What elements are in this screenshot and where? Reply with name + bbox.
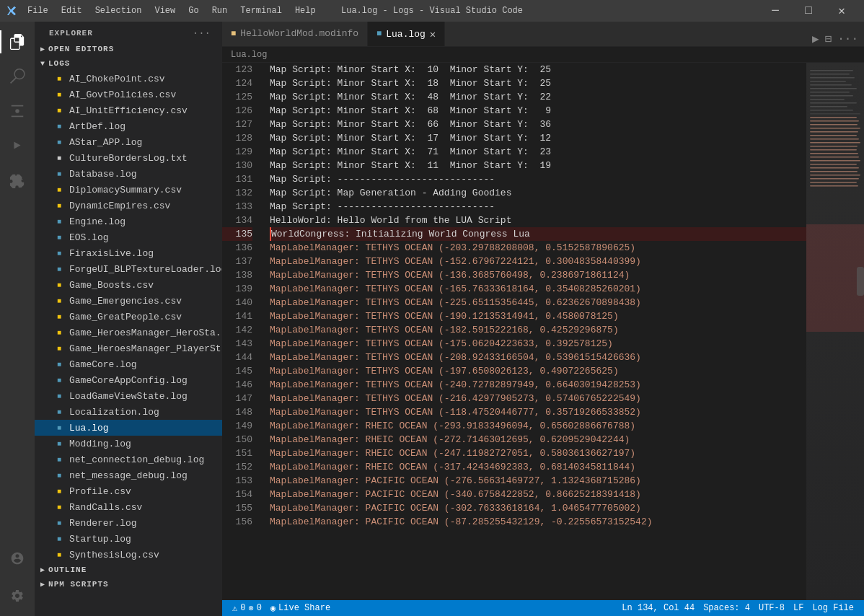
tab-lua-icon: ■ [376,29,382,39]
file-item-GameCoreAppConfig-log[interactable]: ■GameCoreAppConfig.log [35,372,222,388]
language-mode-status[interactable]: Log File [808,600,858,616]
split-editor-button[interactable]: ⊟ [825,32,832,46]
file-icon: ■ [53,406,65,418]
run-activity-icon[interactable] [0,128,35,163]
logs-arrow: ▼ [40,60,45,68]
cursor-position-status[interactable]: Ln 134, Col 44 [617,600,699,616]
file-item-CultureBordersLog-txt[interactable]: ■CultureBordersLog.txt [35,150,222,166]
file-item-Database-log[interactable]: ■Database.log [35,166,222,182]
logs-section[interactable]: ▼ LOGS [35,56,222,71]
open-editors-section[interactable]: ▶ OPEN EDITORS [35,42,222,56]
file-item-LoadGameViewState-log[interactable]: ■LoadGameViewState.log [35,388,222,404]
line-number-130: 130 [222,159,252,172]
more-actions-button[interactable]: ··· [837,32,858,45]
line-number-123: 123 [222,63,252,76]
language-mode-label: Log File [812,603,854,613]
code-line-149: MapLabelManager: RHEIC OCEAN (-293.91833… [270,419,806,433]
extensions-activity-icon[interactable] [0,163,35,198]
file-icon: ■ [53,120,65,132]
line-number-136: 136 [222,241,252,255]
file-name: Game_HeroesManager_HeroSta... [69,327,222,338]
live-share-status[interactable]: ◉ Live Share [266,600,335,616]
svg-rect-21 [810,146,858,147]
file-item-net_connection_debug-log[interactable]: ■net_connection_debug.log [35,452,222,467]
file-item-Modding-log[interactable]: ■Modding.log [35,436,222,452]
menu-edit[interactable]: Edit [56,4,88,17]
file-item-DynamicEmpires-csv[interactable]: ■DynamicEmpires.csv [35,198,222,214]
npm-scripts-section[interactable]: ▶ NPM SCRIPTS [35,577,222,591]
file-item-SynthesisLog-csv[interactable]: ■SynthesisLog.csv [35,547,222,563]
file-name: Startup.log [69,534,131,545]
line-number-148: 148 [222,405,252,419]
menu-file[interactable]: File [22,4,54,17]
menu-go[interactable]: Go [182,4,204,17]
explorer-activity-icon[interactable] [0,25,35,59]
file-item-DiplomacySummary-csv[interactable]: ■DiplomacySummary.csv [35,182,222,198]
tab-lua-close[interactable]: ✕ [430,28,436,40]
code-editor[interactable]: Map Script: Minor Start X: 10 Minor Star… [258,63,806,600]
file-item-EOS-log[interactable]: ■EOS.log [35,229,222,245]
menu-view[interactable]: View [149,4,181,17]
breadcrumb-file[interactable]: Lua.log [231,50,267,60]
errors-warnings-status[interactable]: ⚠ 0 ⊗ 0 [228,600,266,616]
file-item-ArtDef-log[interactable]: ■ArtDef.log [35,118,222,134]
close-button[interactable]: ✕ [825,0,858,22]
encoding-status[interactable]: UTF-8 [754,600,789,616]
line-number-131: 131 [222,172,252,186]
menu-help[interactable]: Help [289,4,322,17]
indentation-status[interactable]: Spaces: 4 [699,600,754,616]
menu-run[interactable]: Run [206,4,234,17]
tab-lua-log[interactable]: ■ Lua.log ✕ [368,22,445,46]
file-item-GameCore-log[interactable]: ■GameCore.log [35,356,222,372]
file-item-Game_Emergencies-csv[interactable]: ■Game_Emergencies.csv [35,293,222,309]
file-name: net_message_debug.log [69,470,188,481]
maximize-button[interactable]: □ [792,0,825,22]
file-name: Engine.log [69,216,125,227]
file-item-Renderer-log[interactable]: ■Renderer.log [35,515,222,531]
run-button[interactable]: ▶ [812,32,819,46]
code-line-138: MapLabelManager: TETHYS OCEAN (-136.3685… [270,268,806,282]
menu-selection[interactable]: Selection [89,4,148,17]
file-icon: ■ [53,168,65,180]
line-number-141: 141 [222,309,252,323]
svg-rect-29 [810,175,860,176]
file-item-AI_GovtPolicies-csv[interactable]: ■AI_GovtPolicies.csv [35,87,222,102]
line-ending-status[interactable]: LF [789,600,808,616]
svg-rect-19 [810,138,859,140]
account-activity-icon[interactable] [0,541,35,576]
file-item-ForgeUI_BLPTextureLoader-log[interactable]: ■ForgeUI_BLPTextureLoader.log [35,261,222,277]
line-number-135: 135 [222,227,252,241]
file-item-Game_Boosts-csv[interactable]: ■Game_Boosts.csv [35,277,222,293]
line-number-140: 140 [222,296,252,309]
minimize-button[interactable]: ─ [759,0,792,22]
line-number-124: 124 [222,76,252,90]
sidebar-content[interactable]: ▶ OPEN EDITORS ▼ LOGS ■AI_ChokePoint.csv… [35,42,222,616]
file-name: ArtDef.log [69,121,125,132]
file-item-FiraxisLive-log[interactable]: ■FiraxisLive.log [35,245,222,261]
file-item-Localization-log[interactable]: ■Localization.log [35,404,222,420]
code-line-132: Map Script: Map Generation - Adding Good… [270,186,806,200]
source-control-activity-icon[interactable] [0,94,35,128]
file-item-net_message_debug-log[interactable]: ■net_message_debug.log [35,467,222,483]
file-item-Game_HeroesManager_PlayerSt---[interactable]: ■Game_HeroesManager_PlayerSt... [35,340,222,356]
file-item-Startup-log[interactable]: ■Startup.log [35,531,222,547]
settings-activity-icon[interactable] [0,578,35,613]
file-item-AI_UnitEfficiency-csv[interactable]: ■AI_UnitEfficiency.csv [35,102,222,118]
search-activity-icon[interactable] [0,59,35,94]
sidebar-more-button[interactable]: ··· [193,27,211,39]
file-item-Profile-csv[interactable]: ■Profile.csv [35,483,222,499]
file-item-AStar_APP-log[interactable]: ■AStar_APP.log [35,134,222,150]
tab-modinfo[interactable]: ■ HelloWorldMod.modinfo [222,22,368,46]
file-item-RandCalls-csv[interactable]: ■RandCalls.csv [35,499,222,515]
menu-terminal[interactable]: Terminal [234,4,288,17]
file-item-Game_HeroesManager_HeroSta---[interactable]: ■Game_HeroesManager_HeroSta... [35,325,222,340]
file-item-Engine-log[interactable]: ■Engine.log [35,214,222,229]
file-name: DiplomacySummary.csv [69,185,182,195]
file-icon: ■ [53,200,65,211]
file-item-Lua-log[interactable]: ■Lua.log [35,420,222,436]
svg-rect-23 [810,153,858,154]
outline-section[interactable]: ▶ OUTLINE [35,563,222,577]
file-item-AI_ChokePoint-csv[interactable]: ■AI_ChokePoint.csv [35,71,222,87]
line-ending-label: LF [793,603,803,613]
file-item-Game_GreatPeople-csv[interactable]: ■Game_GreatPeople.csv [35,309,222,325]
